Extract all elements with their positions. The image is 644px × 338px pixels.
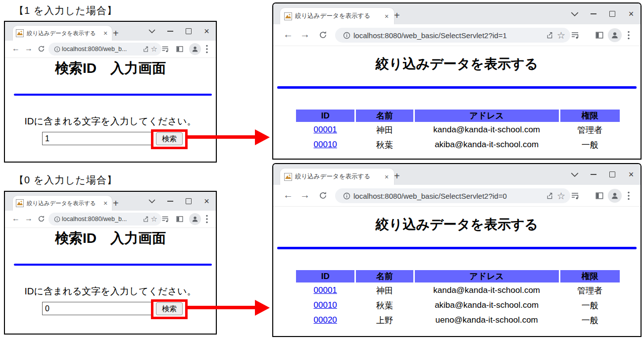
share-icon[interactable] <box>142 216 149 223</box>
browser-window-input-case0: 絞り込みデータを表示する × + × ← → localhost:8080/we… <box>4 191 217 335</box>
reload-icon[interactable] <box>38 215 45 225</box>
new-tab-button[interactable]: + <box>113 28 119 38</box>
share-icon[interactable] <box>142 46 149 53</box>
minimize-button[interactable] <box>161 22 179 41</box>
media-controls-icon[interactable] <box>161 215 170 224</box>
chevron-down-icon[interactable] <box>565 164 584 185</box>
maximize-button[interactable] <box>179 22 198 41</box>
browser-tab[interactable]: 絞り込みデータを表示する × <box>13 26 112 41</box>
forward-icon[interactable]: → <box>300 29 310 40</box>
back-icon[interactable]: ← <box>12 44 20 53</box>
name-cell: 秋葉 <box>356 138 413 152</box>
back-icon[interactable]: ← <box>283 189 293 201</box>
bookmark-star-icon[interactable]: ☆ <box>557 190 565 202</box>
reload-icon[interactable] <box>319 191 327 202</box>
profile-avatar[interactable] <box>189 213 201 225</box>
page-title: 検索ID 入力画面 <box>5 59 216 78</box>
search-button[interactable]: 検索 <box>156 302 183 315</box>
back-icon[interactable]: ← <box>12 214 20 223</box>
site-info-icon[interactable] <box>343 192 350 200</box>
site-info-icon[interactable] <box>343 32 350 39</box>
address-cell: kanda@kanda-it-school.com <box>415 283 559 297</box>
close-button[interactable]: × <box>198 22 216 41</box>
id-link[interactable]: 00010 <box>314 300 337 310</box>
browser-tab[interactable]: 絞り込みデータを表示する × <box>13 196 112 211</box>
browser-window-result-case1: 絞り込みデータを表示する × + × ← → localhost:8080/we… <box>272 2 642 160</box>
address-bar[interactable]: localhost:8080/web_basic/SelectServlet2?… <box>335 188 570 203</box>
search-page-case1: 検索ID 入力画面 IDに含まれる文字を入力してください。 検索 <box>5 58 216 163</box>
reload-icon[interactable] <box>319 30 327 42</box>
profile-avatar[interactable] <box>608 28 622 42</box>
bookmark-star-icon[interactable]: ☆ <box>557 30 565 41</box>
bookmark-star-icon[interactable]: ☆ <box>151 45 157 54</box>
side-panel-icon[interactable] <box>176 215 184 223</box>
address-bar[interactable]: localhost:8080/web_basic/SelectServlet2?… <box>335 28 570 43</box>
reload-icon[interactable] <box>38 45 45 55</box>
profile-avatar[interactable] <box>189 43 201 55</box>
id-link[interactable]: 00001 <box>314 125 337 134</box>
annotation-arrowhead-case0 <box>255 300 270 316</box>
minimize-button[interactable] <box>161 192 179 211</box>
site-info-icon[interactable] <box>54 216 60 223</box>
address-cell: akiba@kanda-it-school.com <box>415 138 559 152</box>
site-info-icon[interactable] <box>54 46 60 53</box>
close-button[interactable]: × <box>622 3 641 24</box>
chevron-down-icon[interactable] <box>143 192 161 211</box>
forward-icon[interactable]: → <box>25 44 33 53</box>
tab-close-icon[interactable]: × <box>383 13 390 20</box>
close-button[interactable]: × <box>198 192 216 211</box>
minimize-button[interactable] <box>584 3 603 24</box>
tab-title: 絞り込みデータを表示する <box>295 172 383 181</box>
tab-close-icon[interactable]: × <box>383 173 390 180</box>
tab-close-icon[interactable]: × <box>102 30 109 37</box>
new-tab-button[interactable]: + <box>394 171 400 181</box>
new-tab-button[interactable]: + <box>113 198 119 208</box>
tab-close-icon[interactable]: × <box>102 200 109 207</box>
maximize-button[interactable] <box>179 192 198 211</box>
search-id-input[interactable] <box>42 302 152 315</box>
media-controls-icon[interactable] <box>570 191 580 201</box>
menu-dots-icon[interactable] <box>206 215 208 224</box>
browser-toolbar: ← → localhost:8080/web_basic/SelectServl… <box>273 185 641 207</box>
share-icon[interactable] <box>545 192 554 200</box>
id-link[interactable]: 00020 <box>314 315 337 325</box>
col-header-address: アドレス <box>415 270 559 282</box>
media-controls-icon[interactable] <box>161 45 170 54</box>
annotation-arrow-case0 <box>187 306 255 309</box>
media-controls-icon[interactable] <box>570 30 580 40</box>
menu-dots-icon[interactable] <box>628 30 630 40</box>
id-link[interactable]: 00010 <box>314 140 337 149</box>
close-button[interactable]: × <box>622 164 641 185</box>
browser-tab[interactable]: 絞り込みデータを表示する × <box>280 169 394 185</box>
url-text: localhost:8080/web_b... <box>62 46 141 53</box>
address-bar[interactable]: localhost:8080/web_b... ☆ <box>49 43 161 56</box>
chevron-down-icon[interactable] <box>143 22 161 41</box>
side-panel-icon[interactable] <box>595 31 604 40</box>
bookmark-star-icon[interactable]: ☆ <box>151 215 157 224</box>
search-button[interactable]: 検索 <box>156 132 183 145</box>
back-icon[interactable]: ← <box>283 29 293 40</box>
menu-dots-icon[interactable] <box>628 191 630 201</box>
search-id-input[interactable] <box>42 132 152 145</box>
browser-tab[interactable]: 絞り込みデータを表示する × <box>280 8 394 24</box>
tab-strip: 絞り込みデータを表示する × + × <box>273 3 641 24</box>
maximize-button[interactable] <box>603 3 622 24</box>
minimize-button[interactable] <box>584 164 603 185</box>
share-icon[interactable] <box>545 31 554 40</box>
menu-dots-icon[interactable] <box>206 45 208 54</box>
annotation-red-box: 検索 <box>151 299 188 319</box>
new-tab-button[interactable]: + <box>394 10 400 20</box>
maximize-button[interactable] <box>603 164 622 185</box>
col-header-name: 名前 <box>356 110 413 122</box>
forward-icon[interactable]: → <box>25 214 33 223</box>
side-panel-icon[interactable] <box>176 45 184 53</box>
id-link[interactable]: 00001 <box>314 285 337 295</box>
profile-avatar[interactable] <box>608 189 622 203</box>
screenshot-canvas: 【1 を入力した場合】 【0 を入力した場合】 絞り込みデータを表示する × +… <box>0 0 644 338</box>
side-panel-icon[interactable] <box>595 191 604 200</box>
chevron-down-icon[interactable] <box>565 3 584 24</box>
col-header-name: 名前 <box>356 270 413 282</box>
forward-icon[interactable]: → <box>300 189 310 201</box>
tab-title: 絞り込みデータを表示する <box>295 12 383 20</box>
address-bar[interactable]: localhost:8080/web_b... ☆ <box>49 213 161 225</box>
